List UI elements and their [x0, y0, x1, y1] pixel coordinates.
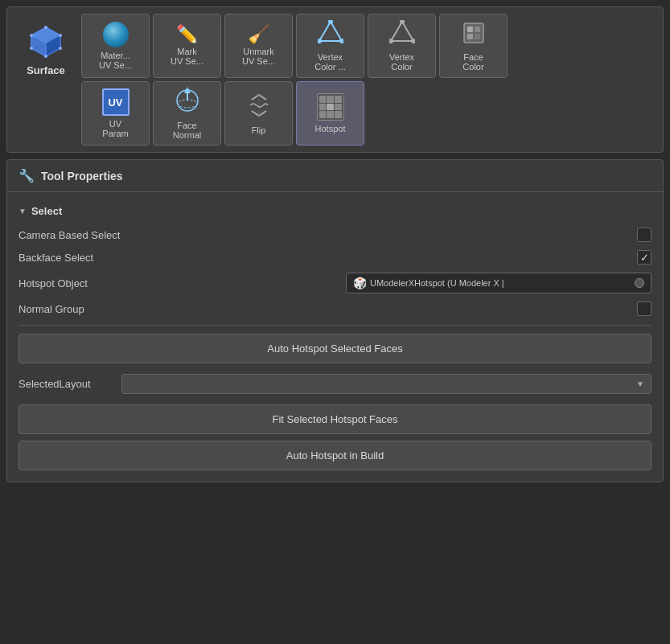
tool-material[interactable]: Mater...UV Se... [81, 14, 150, 78]
toolbar-row-1: Mater...UV Se... ✏️ MarkUV Se... 🧹 Unmar… [81, 14, 656, 78]
collapse-triangle-icon[interactable]: ▼ [18, 207, 27, 215]
tool-uv-param[interactable]: UV UVParam [81, 81, 150, 146]
camera-based-select-row: Camera Based Select [18, 224, 652, 246]
pencil-icon: ✏️ [176, 26, 198, 43]
properties-body: ▼ Select Camera Based Select Backface Se… [7, 192, 663, 482]
tool-vertex-color[interactable]: VertexColor [368, 14, 436, 78]
tool-vertex-color-active[interactable]: VertexColor ... [296, 14, 364, 78]
auto-build-button[interactable]: Auto Hotspot in Build [18, 441, 652, 470]
tool-flip-label: Flip [252, 125, 266, 135]
tool-face-normal-label: FaceNormal [173, 121, 201, 140]
tool-face-color[interactable]: FaceColor [439, 14, 508, 78]
tool-material-label: Mater...UV Se... [99, 51, 132, 70]
tool-face-normal[interactable]: FaceNormal [153, 81, 221, 146]
backface-select-label: Backface Select [18, 252, 631, 264]
backface-select-checkbox[interactable] [637, 250, 652, 265]
face-color-icon [461, 20, 487, 49]
hotspot-object-field[interactable]: 🎲 UModelerXHotspot (U Modeler X | [346, 273, 652, 293]
tool-hotspot[interactable]: Hotspot [296, 81, 364, 146]
material-icon [103, 22, 129, 47]
hotspot-object-label: Hotspot Object [18, 277, 339, 289]
vertex-color-active-icon [318, 20, 343, 49]
tool-face-color-label: FaceColor [462, 52, 483, 72]
properties-title: Tool Properties [41, 170, 123, 183]
normal-group-row: Normal Group [18, 297, 652, 320]
properties-header: 🔧 Tool Properties [7, 160, 663, 192]
toolbar: Surface Mater...UV Se... ✏️ MarkUV Se...… [6, 6, 664, 153]
auto-hotspot-button[interactable]: Auto Hotspot Selected Faces [18, 334, 652, 363]
toolbar-row-2: UV UVParam [81, 81, 656, 146]
hotspot-object-icon: 🎲 [353, 277, 367, 289]
svg-rect-18 [464, 23, 483, 43]
tool-unmark-uv-label: UnmarkUV Se... [242, 47, 275, 66]
divider-1 [18, 325, 652, 326]
backface-select-row: Backface Select [18, 246, 652, 269]
selected-layout-row: SelectedLayout ▼ [18, 370, 652, 398]
tool-flip[interactable]: Flip [224, 81, 293, 146]
uv-icon: UV [102, 88, 129, 116]
face-normal-icon [174, 87, 201, 117]
svg-marker-14 [391, 22, 413, 41]
tool-mark-uv-label: MarkUV Se... [171, 47, 203, 66]
normal-group-checkbox[interactable] [637, 301, 652, 316]
svg-rect-20 [475, 27, 480, 32]
svg-point-5 [59, 34, 62, 37]
surface-label: Surface [27, 64, 65, 76]
flip-icon [245, 92, 273, 122]
svg-marker-10 [319, 22, 342, 41]
tool-unmark-uv[interactable]: 🧹 UnmarkUV Se... [224, 14, 293, 78]
vertex-color-icon [389, 20, 415, 49]
camera-based-select-label: Camera Based Select [18, 229, 631, 241]
chevron-down-icon: ▼ [636, 379, 644, 388]
svg-point-9 [30, 47, 33, 50]
tool-hotspot-label: Hotspot [315, 124, 346, 133]
tool-uv-param-label: UVParam [102, 119, 128, 138]
hotspot-object-value: UModelerXHotspot (U Modeler X | [370, 278, 631, 288]
hotspot-object-row: Hotspot Object 🎲 UModelerXHotspot (U Mod… [18, 269, 652, 297]
svg-point-8 [30, 34, 33, 37]
svg-rect-22 [475, 34, 480, 39]
tool-properties-panel: 🔧 Tool Properties ▼ Select Camera Based … [6, 159, 664, 482]
select-section-title: ▼ Select [18, 200, 652, 224]
svg-point-26 [178, 100, 197, 108]
surface-button[interactable]: Surface [14, 14, 78, 86]
selected-layout-label: SelectedLayout [18, 378, 115, 390]
hotspot-object-dot [635, 278, 644, 288]
eraser-icon: 🧹 [248, 26, 269, 43]
tool-mark-uv[interactable]: ✏️ MarkUV Se... [153, 14, 221, 78]
selected-layout-select[interactable]: ▼ [121, 374, 652, 394]
svg-rect-21 [467, 34, 473, 39]
tool-vertex-color-active-label: VertexColor ... [314, 52, 346, 72]
hotspot-icon [317, 93, 344, 121]
svg-rect-19 [467, 27, 473, 32]
svg-point-4 [44, 26, 47, 29]
select-title-label: Select [31, 205, 62, 217]
camera-based-select-checkbox[interactable] [637, 228, 652, 242]
toolbar-tools: Mater...UV Se... ✏️ MarkUV Se... 🧹 Unmar… [81, 14, 656, 146]
fit-hotspot-button[interactable]: Fit Selected Hotspot Faces [18, 404, 652, 434]
tool-vertex-color-label: VertexColor [389, 52, 414, 72]
wrench-icon: 🔧 [18, 168, 35, 183]
normal-group-label: Normal Group [18, 303, 631, 315]
svg-point-7 [44, 55, 47, 58]
svg-point-6 [59, 47, 62, 50]
